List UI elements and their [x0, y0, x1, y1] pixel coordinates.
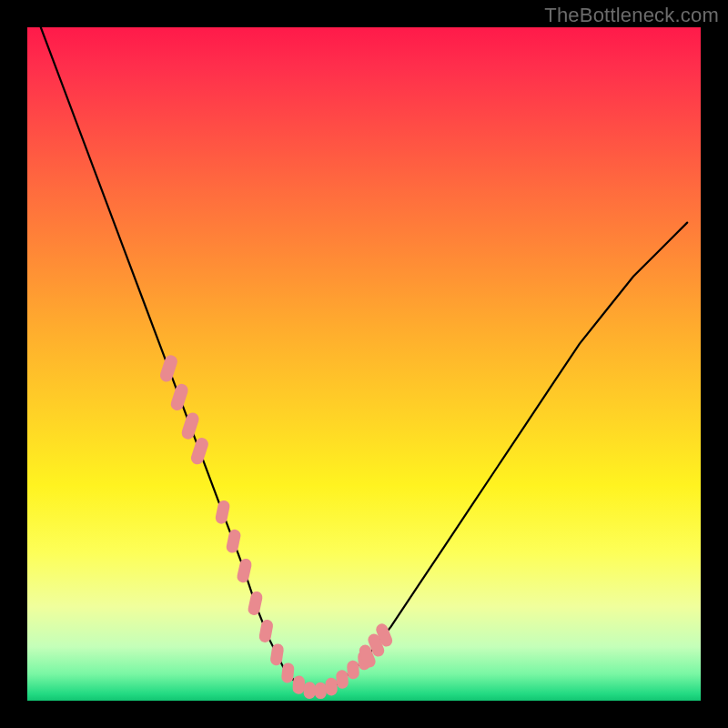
curve-layer: [27, 27, 701, 701]
data-marker: [158, 353, 179, 383]
data-marker: [304, 682, 316, 699]
data-marker: [180, 411, 201, 441]
data-marker: [247, 591, 263, 617]
data-marker: [215, 500, 231, 525]
data-marker: [336, 670, 349, 689]
chart-frame: TheBottleneck.com: [0, 0, 728, 728]
data-marker: [236, 558, 253, 584]
watermark-text: TheBottleneck.com: [544, 4, 719, 27]
plot-area: [27, 27, 701, 701]
data-marker: [258, 619, 274, 643]
data-markers: [158, 353, 394, 699]
data-marker: [325, 678, 338, 696]
data-marker: [226, 529, 242, 554]
data-marker: [169, 382, 190, 412]
data-marker: [269, 643, 284, 667]
bottleneck-curve: [41, 27, 687, 691]
data-marker: [189, 436, 210, 466]
data-marker: [347, 660, 359, 679]
data-marker: [292, 675, 305, 694]
data-marker: [315, 682, 327, 700]
